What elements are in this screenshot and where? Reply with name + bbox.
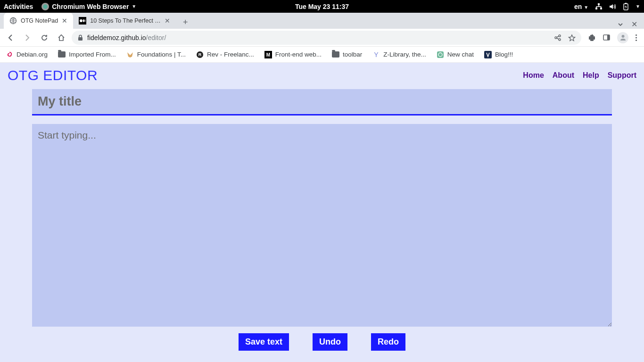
svg-point-13 — [559, 39, 561, 41]
redo-button[interactable]: Redo — [371, 333, 405, 351]
profile-avatar[interactable] — [617, 32, 628, 43]
nav-support[interactable]: Support — [608, 71, 636, 80]
body-textarea[interactable] — [32, 124, 612, 327]
bookmark-frontend[interactable]: M Front-end web... — [264, 51, 322, 58]
svg-point-7 — [80, 19, 83, 22]
bookmark-label: New chat — [447, 51, 474, 58]
svg-text:R: R — [198, 52, 202, 57]
bookmark-rev[interactable]: R Rev - Freelanc... — [196, 51, 254, 58]
svg-rect-0 — [598, 3, 600, 5]
share-icon[interactable] — [554, 34, 561, 41]
svg-point-16 — [621, 35, 624, 38]
mdn-icon: M — [264, 51, 272, 58]
medium-icon — [79, 17, 86, 25]
rev-icon: R — [196, 51, 204, 58]
bookmark-label: Foundations | T... — [137, 51, 186, 58]
bookmark-debian[interactable]: Debian.org — [6, 51, 48, 58]
bookmark-label: Debian.org — [17, 51, 48, 58]
app-menu-label: Chromium Web Browser — [52, 3, 129, 10]
activities-button[interactable]: Activities — [4, 3, 33, 10]
svg-rect-15 — [607, 35, 610, 40]
bookmark-label: Blog!!! — [495, 51, 513, 58]
battery-icon[interactable] — [623, 3, 629, 10]
kebab-menu-icon[interactable] — [635, 34, 637, 41]
chromium-icon — [41, 3, 49, 10]
app-menu[interactable]: Chromium Web Browser ▼ — [41, 3, 136, 10]
svg-point-11 — [555, 37, 557, 39]
svg-point-12 — [559, 35, 561, 37]
chevron-down-icon: ▼ — [132, 4, 136, 9]
chat-icon — [437, 51, 444, 58]
gnome-top-bar: Activities Chromium Web Browser ▼ Tue Ma… — [0, 0, 644, 13]
title-input[interactable] — [32, 89, 612, 115]
fox-icon — [126, 51, 134, 58]
svg-rect-10 — [78, 37, 83, 41]
bookmark-label: Z-Library, the... — [383, 51, 426, 58]
action-row: Save text Undo Redo — [32, 333, 612, 351]
bookmark-star-icon[interactable] — [568, 34, 576, 41]
tab-close-button[interactable]: ✕ — [62, 17, 67, 25]
bookmark-label: Rev - Freelanc... — [207, 51, 254, 58]
globe-icon — [9, 17, 17, 25]
browser-tab-active[interactable]: OTG NotePad ✕ — [4, 13, 73, 29]
svg-point-17 — [636, 34, 637, 35]
blog-icon — [484, 51, 492, 58]
save-button[interactable]: Save text — [239, 333, 289, 351]
system-menu-chevron[interactable]: ▼ — [636, 4, 640, 9]
clock[interactable]: Tue May 23 11:37 — [295, 3, 349, 10]
bookmark-zlibrary[interactable]: Y Z-Library, the... — [372, 51, 426, 58]
svg-text:Y: Y — [374, 51, 379, 58]
page-content: OTG EDITOR Home About Help Support Save … — [0, 63, 644, 362]
window-close-button[interactable]: ✕ — [631, 20, 637, 29]
svg-point-18 — [636, 37, 637, 38]
bookmarks-bar: Debian.org Imported From... Foundations … — [0, 47, 644, 63]
tab-search-button[interactable] — [617, 21, 624, 28]
tab-close-button[interactable]: ✕ — [165, 17, 170, 25]
browser-tab[interactable]: 10 Steps To The Perfect Po ✕ — [73, 13, 176, 29]
volume-icon[interactable] — [609, 3, 616, 10]
debian-icon — [6, 51, 13, 58]
app-header: OTG EDITOR Home About Help Support — [0, 63, 644, 85]
bookmark-foundations[interactable]: Foundations | T... — [126, 51, 186, 58]
nav-help[interactable]: Help — [583, 71, 599, 80]
svg-rect-2 — [600, 8, 602, 9]
svg-rect-4 — [625, 3, 627, 4]
nav-home[interactable]: Home — [523, 71, 544, 80]
tab-title: 10 Steps To The Perfect Po — [90, 17, 161, 24]
bookmark-label: Front-end web... — [275, 51, 322, 58]
nav-about[interactable]: About — [553, 71, 574, 80]
svg-point-9 — [85, 19, 85, 22]
bookmark-toolbar[interactable]: toolbar — [332, 51, 362, 58]
side-panel-icon[interactable] — [603, 33, 611, 41]
svg-point-8 — [83, 19, 84, 22]
folder-icon — [58, 51, 66, 58]
z-icon: Y — [372, 51, 380, 58]
bookmark-imported[interactable]: Imported From... — [58, 51, 116, 58]
svg-rect-1 — [595, 8, 597, 9]
bookmark-label: Imported From... — [69, 51, 116, 58]
input-language[interactable]: en ▼ — [574, 3, 588, 10]
forward-button[interactable] — [21, 31, 34, 44]
bookmark-newchat[interactable]: New chat — [437, 51, 474, 58]
network-icon[interactable] — [595, 3, 603, 10]
new-tab-button[interactable]: + — [179, 16, 192, 29]
bookmark-blog[interactable]: Blog!!! — [484, 51, 513, 58]
app-nav: Home About Help Support — [523, 71, 636, 80]
app-logo: OTG EDITOR — [8, 67, 98, 83]
bookmark-label: toolbar — [343, 51, 362, 58]
back-button[interactable] — [4, 31, 17, 44]
folder-icon — [332, 51, 339, 58]
lock-icon — [77, 34, 83, 41]
url-text: fideldemoz.github.io/editor/ — [87, 34, 166, 41]
browser-toolbar: fideldemoz.github.io/editor/ — [0, 29, 644, 47]
reload-button[interactable] — [38, 31, 51, 44]
svg-point-19 — [636, 39, 637, 41]
editor-area: Save text Undo Redo — [0, 85, 644, 351]
svg-rect-25 — [437, 51, 444, 58]
address-bar[interactable]: fideldemoz.github.io/editor/ — [72, 31, 581, 45]
tab-strip: OTG NotePad ✕ 10 Steps To The Perfect Po… — [0, 13, 644, 29]
undo-button[interactable]: Undo — [313, 333, 347, 351]
svg-text:M: M — [266, 52, 270, 58]
extensions-icon[interactable] — [588, 33, 596, 41]
home-button[interactable] — [55, 31, 68, 44]
